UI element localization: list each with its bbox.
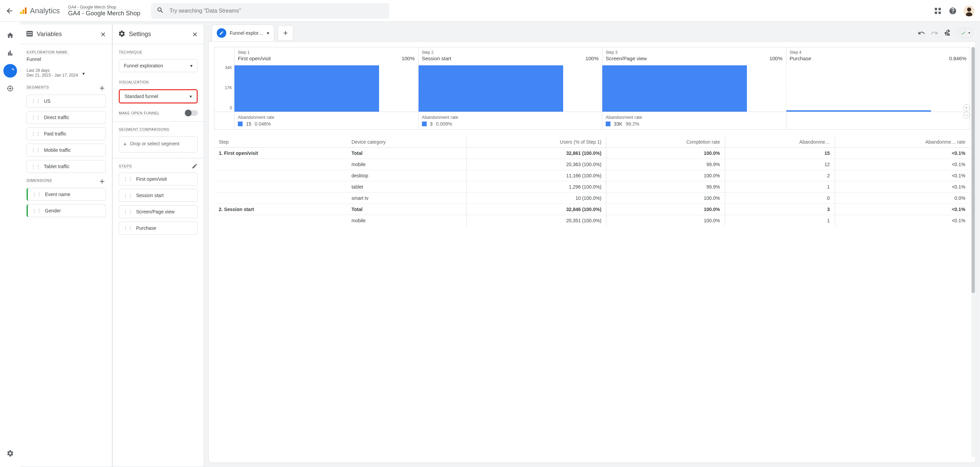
legend-color-icon [422, 121, 427, 126]
back-arrow[interactable] [5, 7, 14, 15]
cell-abandon-rate: 0.0% [835, 193, 970, 204]
step-chip[interactable]: ⋮⋮Session start [119, 189, 198, 202]
table-row[interactable]: desktop11,166 (100.0%)100.0%2<0.1% [214, 170, 970, 182]
dimension-chip[interactable]: ⋮⋮Gender [27, 204, 106, 217]
segment-chip[interactable]: ⋮⋮Direct traffic [27, 111, 106, 124]
dimensions-label: DIMENSIONS [27, 179, 52, 183]
edit-tab-icon[interactable] [217, 28, 226, 38]
step-chip[interactable]: ⋮⋮Purchase [119, 222, 198, 234]
th-abandonments[interactable]: Abandonme… [725, 137, 835, 148]
sample-status[interactable]: ▾ [956, 28, 973, 38]
nav-home-icon[interactable] [3, 29, 17, 42]
cell-abandonments: 0 [725, 193, 835, 204]
add-segment-icon[interactable] [98, 84, 106, 92]
settings-title: Settings [129, 30, 188, 38]
variables-panel-icon [26, 30, 33, 38]
nav-explore-icon[interactable] [3, 64, 17, 78]
steps-label: STEPS [119, 164, 132, 169]
visualization-dropdown[interactable]: Standard funnel ▾ [119, 89, 198, 104]
cell-abandon-rate: <0.1% [835, 159, 970, 170]
drag-handle-icon: ⋮⋮ [32, 208, 41, 214]
chip-label: Mobile traffic [44, 147, 71, 153]
table-row[interactable]: mobile20,351 (100.0%)100.0%1<0.1% [214, 215, 970, 226]
step-pct: 100% [401, 56, 414, 61]
nav-advertising-icon[interactable] [3, 82, 17, 95]
date-range-picker[interactable]: Last 28 days Dec 21, 2023 - Jan 17, 2024… [27, 68, 78, 78]
apps-grid-icon[interactable] [934, 7, 942, 15]
add-tab-button[interactable] [278, 25, 293, 41]
property-selector[interactable]: GA4 - Google Merch Shop GA4 - Google Mer… [68, 5, 140, 17]
th-step[interactable]: Step [214, 137, 347, 148]
cell-device: Total [347, 148, 466, 159]
abandon-label: Abandonment rate [422, 115, 599, 120]
search-icon [156, 6, 164, 15]
th-users[interactable]: Users (% of Step 1) [466, 137, 606, 148]
segment-drop-zone[interactable]: + Drop or select segment [119, 137, 198, 153]
step-chip[interactable]: ⋮⋮First open/visit [119, 172, 198, 185]
segment-chip[interactable]: ⋮⋮Paid traffic [27, 127, 106, 140]
table-row[interactable]: tablet1,296 (100.0%)99.9%1<0.1% [214, 182, 970, 193]
y-tick: 17K [216, 85, 232, 90]
step-chip[interactable]: ⋮⋮Screen/Page view [119, 205, 198, 218]
step-num: Step 2 [422, 50, 599, 55]
search-input[interactable] [169, 8, 384, 14]
exploration-name-input[interactable]: Funnel [27, 56, 106, 62]
funnel-chart: Step 1 First open/visit100% Step 2 Sessi… [214, 47, 970, 130]
scrollbar-thumb[interactable] [972, 47, 975, 293]
cell-users: 20,363 (100.0%) [466, 159, 606, 170]
tab-caret-icon[interactable]: ▾ [267, 30, 269, 36]
cell-device: desktop [347, 170, 466, 182]
th-abandon-rate[interactable]: Abandonme… rate [835, 137, 970, 148]
exploration-tab[interactable]: Funnel explor… ▾ [212, 24, 274, 41]
drag-handle-icon: ⋮⋮ [32, 191, 41, 197]
nav-reports-icon[interactable] [3, 46, 17, 60]
close-variables-icon[interactable] [100, 31, 107, 38]
search-box[interactable] [151, 3, 389, 19]
table-row[interactable]: smart tv10 (100.0%)100.0%00.0% [214, 193, 970, 204]
funnel-bar [786, 110, 931, 112]
table-row[interactable]: 1. First open/visitTotal32,861 (100.0%)1… [214, 148, 970, 159]
user-avatar[interactable] [964, 5, 975, 16]
table-row[interactable]: mobile20,363 (100.0%)99.9%12<0.1% [214, 159, 970, 170]
zoom-in-button[interactable]: + [963, 104, 970, 111]
cell-step [214, 215, 347, 226]
scrollbar-track[interactable] [972, 47, 975, 457]
cell-users: 32,846 (100.0%) [466, 204, 606, 215]
zoom-out-button[interactable]: − [963, 112, 970, 118]
settings-panel-icon [118, 30, 126, 38]
redo-icon[interactable] [931, 29, 938, 37]
variables-title: Variables [37, 30, 96, 38]
edit-steps-icon[interactable] [192, 163, 198, 169]
dimension-chip[interactable]: ⋮⋮Event name [27, 188, 106, 201]
open-funnel-label: MAKE OPEN FUNNEL [119, 111, 159, 115]
drag-handle-icon: ⋮⋮ [31, 131, 40, 137]
cell-device: mobile [347, 159, 466, 170]
share-icon[interactable] [943, 29, 951, 37]
visualization-value: Standard funnel [124, 94, 158, 99]
chip-label: Session start [136, 193, 164, 198]
th-completion[interactable]: Completion rate [606, 137, 725, 148]
nav-admin-icon[interactable] [3, 446, 17, 460]
add-dimension-icon[interactable] [98, 178, 106, 185]
exploration-name-label: EXPLORATION NAME: [27, 50, 69, 54]
y-tick: 0 [216, 105, 232, 110]
segment-chip[interactable]: ⋮⋮Mobile traffic [27, 143, 106, 156]
th-device[interactable]: Device category [347, 137, 466, 148]
cell-abandonments: 3 [725, 204, 835, 215]
svg-rect-4 [939, 8, 941, 10]
svg-rect-2 [25, 8, 27, 14]
chip-label: Purchase [136, 225, 156, 231]
segment-chip[interactable]: ⋮⋮US [27, 95, 106, 108]
segment-chip[interactable]: ⋮⋮Tablet traffic [27, 160, 106, 173]
funnel-bar [418, 65, 563, 112]
cell-device: tablet [347, 182, 466, 193]
technique-dropdown[interactable]: Funnel exploration ▾ [119, 59, 198, 72]
close-settings-icon[interactable] [192, 31, 198, 38]
chip-label: Paid traffic [44, 131, 66, 137]
analytics-brand: Analytics [30, 6, 60, 15]
abandon-pct: 0.046% [255, 121, 271, 127]
table-row[interactable]: 2. Session startTotal32,846 (100.0%)100.… [214, 204, 970, 215]
help-icon[interactable] [949, 7, 957, 15]
open-funnel-toggle[interactable] [185, 110, 198, 116]
undo-icon[interactable] [918, 29, 925, 37]
